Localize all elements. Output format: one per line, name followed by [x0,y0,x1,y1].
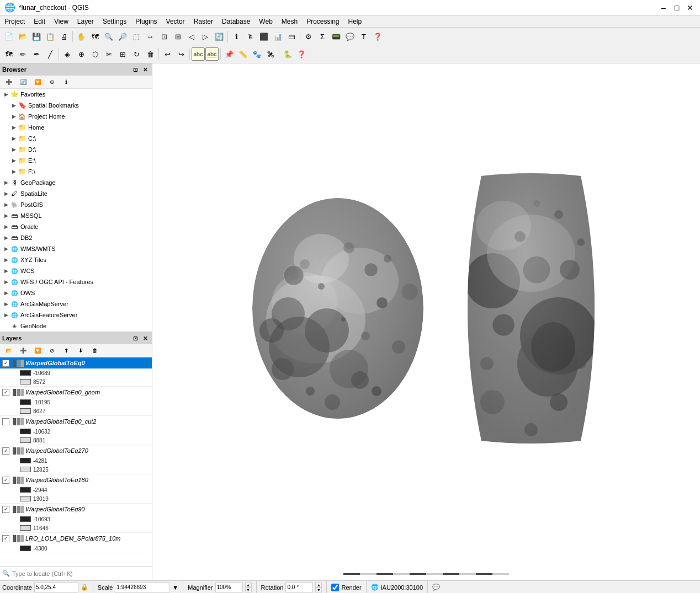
stats-button[interactable]: 📊 [271,30,284,43]
split-btn[interactable]: ✂ [102,47,115,61]
layer-2-check[interactable] [2,418,11,425]
layer-4-checkbox[interactable] [2,477,9,484]
scale-dropdown-icon[interactable]: ▼ [172,584,178,591]
draw-btn[interactable]: ✒ [30,47,43,61]
layers-float-button[interactable]: ⊡ [131,334,140,343]
layer-0-check[interactable] [2,360,11,367]
print-button[interactable]: 🖨 [57,30,71,43]
browser-collapse-btn[interactable]: ⊖ [45,76,59,89]
zoom-next-button[interactable]: ▷ [199,30,212,43]
measure-btn[interactable]: 📏 [236,47,250,61]
browser-item-db2[interactable]: ▶ 🗃 DB2 [0,232,152,243]
render-checkbox[interactable] [331,584,339,591]
browser-help-btn[interactable]: ℹ [60,76,73,89]
browser-item-d-drive[interactable]: ▶ 📁 D:\ [0,144,152,155]
layers-remove-btn[interactable]: 🗑 [88,344,102,357]
layer-row-4[interactable]: WarpedGlobalToEq180 [0,474,152,485]
layer-1-check[interactable] [2,389,11,396]
menu-web[interactable]: Web [254,15,277,27]
rotation-input[interactable] [285,583,313,592]
zoom-in-button[interactable]: 🔍 [102,30,115,43]
layer-6-checkbox[interactable] [2,535,9,542]
menu-processing[interactable]: Processing [302,15,343,27]
layer-2-checkbox[interactable] [2,418,9,425]
open-table-button[interactable]: 🗃 [285,30,298,43]
pan-button[interactable]: ✋ [75,30,88,43]
browser-close-button[interactable]: ✕ [141,65,150,74]
open-project-button[interactable]: 📂 [16,30,29,43]
browser-item-bookmarks[interactable]: ▶ 🔖 Spatial Bookmarks [0,100,152,111]
identify-button[interactable]: ℹ [230,30,243,43]
rotation-spinner[interactable]: ▲ ▼ [315,583,322,592]
select-button[interactable]: 🖱 [243,30,257,43]
browser-item-wcs[interactable]: ▶ 🌐 WCS [0,265,152,276]
track-btn[interactable]: 🐾 [250,47,263,61]
menu-database[interactable]: Database [218,15,254,27]
magnifier-up-btn[interactable]: ▲ [245,583,252,587]
layers-down-btn[interactable]: ⬇ [74,344,87,357]
map-area[interactable] [152,63,700,580]
gps-btn[interactable]: 🛰 [264,47,277,61]
label2-btn[interactable]: abc [205,47,219,61]
browser-item-oracle[interactable]: ▶ 🗃 Oracle [0,221,152,232]
delete-btn[interactable]: 🗑 [144,47,157,61]
layer-1-checkbox[interactable] [2,389,9,396]
layer-0-checkbox[interactable] [2,360,9,367]
field-calc-button[interactable]: 📟 [330,30,343,43]
browser-add-btn[interactable]: ➕ [2,76,15,89]
rotation-down-btn[interactable]: ▼ [315,587,322,592]
crs-status[interactable]: 🌐 IAU2000:30100 [371,581,428,593]
layers-close-button[interactable]: ✕ [141,334,150,343]
menu-settings[interactable]: Settings [98,15,131,27]
layer-row-6[interactable]: LRO_LOLA_DEM_SPolar875_10m [0,533,152,544]
layer-row-5[interactable]: WarpedGlobalToEq90 [0,504,152,515]
label-btn[interactable]: abc [192,47,205,61]
menu-plugins[interactable]: Plugins [131,15,161,27]
undo-btn[interactable]: ↩ [161,47,174,61]
minimize-button[interactable]: – [658,2,669,13]
browser-item-f-drive[interactable]: ▶ 📁 F:\ [0,166,152,177]
browser-item-c-drive[interactable]: ▶ 📁 C:\ [0,133,152,144]
sum-button[interactable]: Σ [316,30,329,43]
help-button[interactable]: ❓ [371,30,384,43]
browser-item-postgis[interactable]: ▶ 🐘 PostGIS [0,199,152,210]
pin-btn[interactable]: 📌 [222,47,236,61]
search-input[interactable] [12,570,150,577]
zoom-selection-button[interactable]: ⊞ [171,30,184,43]
layers-up-btn[interactable]: ⬆ [60,344,73,357]
browser-item-wfs[interactable]: ▶ 🌐 WFS / OGC API - Features [0,276,152,287]
text-btn[interactable]: T [357,30,370,43]
layer-row-0[interactable]: WarpedGlobalToEq0 [0,357,152,368]
layer-4-check[interactable] [2,477,11,484]
browser-item-spatialite[interactable]: ▶ 🖊 SpatiaLite [0,188,152,199]
browser-item-project-home[interactable]: ▶ 🏠 Project Home [0,111,152,122]
layer-6-check[interactable] [2,535,11,542]
layer-5-checkbox[interactable] [2,506,9,513]
layers-open-btn[interactable]: 📂 [2,344,15,357]
zoom-out-button[interactable]: 🔎 [116,30,129,43]
python-btn[interactable]: 🐍 [281,47,294,61]
layer-row-2[interactable]: WarpedGlobalToEq0_cut2 [0,416,152,427]
scale-input[interactable] [115,583,170,592]
zoom-prev-button[interactable]: ◁ [185,30,198,43]
maximize-button[interactable]: □ [671,2,682,13]
menu-vector[interactable]: Vector [162,15,189,27]
merge-btn[interactable]: ⊞ [116,47,129,61]
layer-row-3[interactable]: WarpedGlobalToEq270 [0,445,152,456]
browser-item-home[interactable]: ▶ 📁 Home [0,122,152,133]
browser-filter-btn[interactable]: 🔽 [31,76,44,89]
browser-item-wms[interactable]: ▶ 🌐 WMS/WMTS [0,243,152,254]
layer-3-checkbox[interactable] [2,447,9,455]
layers-filter-btn[interactable]: 🔽 [31,344,44,357]
node-btn[interactable]: ◈ [61,47,74,61]
browser-item-e-drive[interactable]: ▶ 📁 E:\ [0,155,152,166]
new-project-button[interactable]: 📄 [2,30,15,43]
coordinate-input[interactable] [34,583,78,592]
messages-status[interactable]: 💬 [432,581,444,593]
rotate-btn[interactable]: ↻ [130,47,143,61]
menu-view[interactable]: View [50,15,73,27]
browser-float-button[interactable]: ⊡ [131,65,140,74]
menu-edit[interactable]: Edit [29,15,50,27]
zoom-layer-button[interactable]: ⊡ [157,30,171,43]
edit-btn[interactable]: ✏ [16,47,29,61]
